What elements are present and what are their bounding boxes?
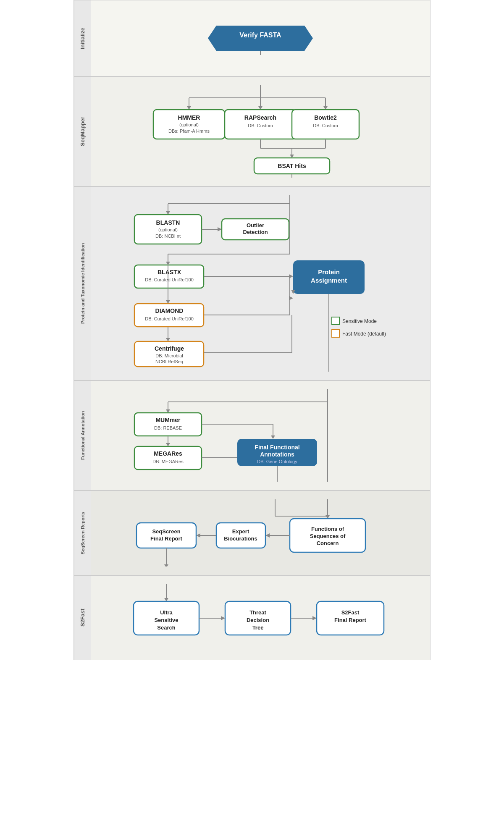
protein-svg: BLASTN (optional) DB: NCBI nt Outlier De… <box>126 195 395 372</box>
section-functional: Functional Annotation MUMmer DB: REBASE <box>74 381 430 491</box>
label-reports: SeqScreen Reports <box>74 491 91 575</box>
svg-text:Final Functional: Final Functional <box>255 444 299 451</box>
section-s2fast: S2Fast Ultra Sensitive Search Threat Dec… <box>74 576 430 660</box>
svg-rect-74 <box>332 330 339 337</box>
content-s2fast: Ultra Sensitive Search Threat Decision T… <box>91 576 430 660</box>
svg-text:Concern: Concern <box>317 540 339 546</box>
init-flow: Verify FASTA <box>124 9 397 68</box>
svg-text:Final Report: Final Report <box>334 617 367 623</box>
svg-text:DBs: Pfam-A Hmms: DBs: Pfam-A Hmms <box>168 129 210 134</box>
svg-marker-38 <box>218 227 222 231</box>
svg-text:DB: Microbial: DB: Microbial <box>155 353 183 358</box>
svg-text:Assignment: Assignment <box>311 277 347 284</box>
reports-svg: Functions of Sequences of Concern Expert… <box>126 499 395 567</box>
content-seqmapper: HMMER (optional) DBs: Pfam-A Hmms RAPSea… <box>91 77 430 186</box>
svg-text:HMMER: HMMER <box>178 114 200 121</box>
svg-marker-108 <box>265 533 270 538</box>
s2fast-svg: Ultra Sensitive Search Threat Decision T… <box>126 584 395 651</box>
svg-text:Sequences of: Sequences of <box>310 533 346 539</box>
svg-text:DIAMOND: DIAMOND <box>155 307 184 314</box>
svg-text:DB: Curated UniRef100: DB: Curated UniRef100 <box>145 277 194 282</box>
svg-marker-132 <box>312 616 317 620</box>
svg-marker-85 <box>271 435 275 439</box>
svg-text:S2Fast: S2Fast <box>341 609 360 616</box>
svg-text:Sensitive: Sensitive <box>154 617 178 623</box>
svg-text:Functions of: Functions of <box>311 526 344 532</box>
svg-text:Biocurations: Biocurations <box>224 535 257 542</box>
svg-text:Centrifuge: Centrifuge <box>155 345 184 352</box>
svg-marker-118 <box>164 564 168 567</box>
content-protein: BLASTN (optional) DB: NCBI nt Outlier De… <box>91 187 430 380</box>
svg-text:Outlier: Outlier <box>247 222 264 228</box>
svg-text:Decision: Decision <box>247 617 269 623</box>
svg-marker-113 <box>196 533 200 538</box>
svg-text:BLASTX: BLASTX <box>158 269 181 275</box>
svg-text:DB: REBASE: DB: REBASE <box>154 425 182 430</box>
svg-marker-126 <box>221 616 225 620</box>
label-seqmapper: SeqMapper <box>74 77 91 186</box>
content-functional: MUMmer DB: REBASE MEGARes DB: MEGARes <box>91 381 430 490</box>
section-reports: SeqScreen Reports Functions of Sequences… <box>74 491 430 576</box>
svg-text:BLASTN: BLASTN <box>156 219 180 226</box>
svg-text:DB: MEGARes: DB: MEGARes <box>152 459 184 464</box>
svg-text:Sensitive Mode: Sensitive Mode <box>342 318 377 324</box>
svg-text:(optional): (optional) <box>179 122 199 127</box>
svg-text:NCBI RefSeq: NCBI RefSeq <box>155 359 183 364</box>
svg-text:Fast Mode (default): Fast Mode (default) <box>342 331 386 337</box>
svg-text:Threat: Threat <box>249 609 266 616</box>
svg-text:RAPSearch: RAPSearch <box>244 114 276 121</box>
svg-text:DB: NCBI nt: DB: NCBI nt <box>155 233 181 239</box>
svg-text:(optional): (optional) <box>158 227 178 232</box>
label-functional: Functional Annotation <box>74 381 91 490</box>
section-seqmapper: SeqMapper HMMER (optional) <box>74 77 430 187</box>
svg-text:DB: Custom: DB: Custom <box>313 123 338 128</box>
section-protein: Protein and Taxonomic Identification BLA… <box>74 187 430 381</box>
svg-text:BSAT Hits: BSAT Hits <box>278 163 306 169</box>
content-initialize: Verify FASTA <box>91 0 430 76</box>
label-initialize: Initialize <box>74 0 91 76</box>
label-protein: Protein and Taxonomic Identification <box>74 187 91 380</box>
svg-text:Annotations: Annotations <box>260 451 294 458</box>
svg-text:Final Report: Final Report <box>150 535 183 542</box>
svg-text:SeqScreen: SeqScreen <box>152 528 180 535</box>
svg-text:Tree: Tree <box>252 624 264 631</box>
svg-text:Verify FASTA: Verify FASTA <box>239 31 281 39</box>
functional-svg: MUMmer DB: REBASE MEGARes DB: MEGARes <box>126 389 395 482</box>
init-svg: Verify FASTA <box>124 21 397 55</box>
svg-text:Bowtie2: Bowtie2 <box>314 114 337 121</box>
svg-text:DB: Curated UniRef100: DB: Curated UniRef100 <box>145 316 194 321</box>
svg-text:Ultra: Ultra <box>160 609 173 616</box>
seqmapper-svg: HMMER (optional) DBs: Pfam-A Hmms RAPSea… <box>124 85 397 178</box>
svg-rect-72 <box>332 317 339 325</box>
svg-text:MEGARes: MEGARes <box>154 450 182 457</box>
diagram-container: Initialize Verify FASTA SeqMapper <box>74 0 430 660</box>
svg-text:Expert: Expert <box>232 528 249 535</box>
label-s2fast: S2Fast <box>74 576 91 660</box>
svg-marker-58 <box>289 296 293 300</box>
svg-text:Detection: Detection <box>243 229 268 235</box>
svg-text:MUMmer: MUMmer <box>155 417 181 423</box>
content-reports: Functions of Sequences of Concern Expert… <box>91 491 430 575</box>
svg-text:DB: Gene Ontology: DB: Gene Ontology <box>257 459 297 464</box>
svg-text:DB: Custom: DB: Custom <box>248 123 273 128</box>
svg-text:Search: Search <box>157 624 175 631</box>
section-initialize: Initialize Verify FASTA <box>74 0 430 77</box>
svg-text:Protein: Protein <box>318 268 340 275</box>
